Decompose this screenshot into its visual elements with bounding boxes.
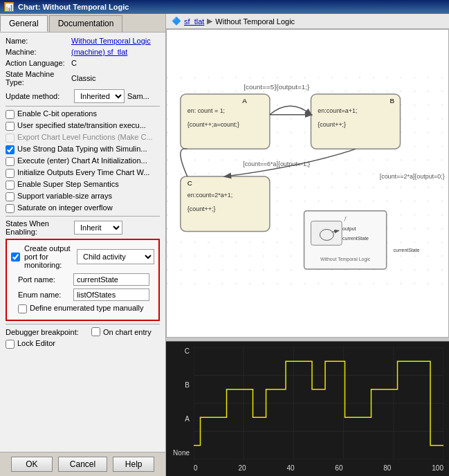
divider1 [6,106,160,107]
svg-text:{count++;a=count;}: {count++;a=count;} [187,121,239,128]
monitor-label: Create output port for monitoring: [24,244,73,269]
enum-name-input[interactable] [73,289,149,301]
y-label-a: A [170,415,190,423]
states-when-row: States When Enabling: Inherit [6,219,160,236]
help-button[interactable]: Help [113,457,154,472]
diagram-area: [count==5]{output=1;} A en: count = 1; {… [166,29,449,338]
title-bar: 📊 Chart: Without Temporal Logic [0,0,449,14]
checkbox-init-outputs: Initialize Outputs Every Time Chart W... [6,168,160,178]
x-label-0: 0 [194,464,198,472]
machine-value[interactable]: (machine) sf_tlat [71,48,127,56]
debugger-label: Debugger breakpoint: [6,328,89,336]
checkbox-execute-enter: Execute (enter) Chart At Initialization.… [6,156,160,166]
bottom-buttons: OK Cancel Help [0,452,165,476]
diagram-svg: [count==5]{output=1;} A en: count = 1; {… [167,30,448,337]
states-when-label: States When Enabling: [6,219,71,236]
svg-text:Without Temporal Logic: Without Temporal Logic [320,257,371,262]
content-area: General Documentation Name: Without Temp… [0,14,449,476]
checkbox-variable-size: Support variable-size arrays [6,192,160,201]
tab-general[interactable]: General [0,15,48,32]
breadcrumb-icon: 🔷 [172,17,181,26]
chart-x-labels: 0 20 40 60 80 100 [194,464,443,472]
left-panel: General Documentation Name: Without Temp… [0,14,166,476]
x-label-60: 60 [335,464,342,472]
export-chart-checkbox [6,134,15,143]
define-enum-checkbox[interactable] [18,304,27,313]
cbit-checkbox[interactable] [6,110,15,119]
action-lang-value: C [71,59,77,67]
tab-documentation[interactable]: Documentation [49,15,123,32]
machine-label: Machine: [6,48,71,56]
svg-text:en:count=a+1;: en:count=a+1; [318,107,357,114]
chart-inner: C B A None 0 20 40 60 80 100 [169,345,446,473]
update-method-label: Update method: [6,92,71,100]
x-label-100: 100 [432,464,443,472]
y-label-b: B [170,381,190,389]
ok-button[interactable]: OK [11,457,53,472]
monitor-row: Create output port for monitoring: Child… [11,244,154,269]
svg-text:[count==5]{output=1;}: [count==5]{output=1;} [244,83,310,91]
checkbox-cbit: Enable C-bit operations [6,109,160,119]
cancel-button[interactable]: Cancel [58,457,107,472]
breadcrumb-item1[interactable]: sf_tlat [184,17,204,26]
monitor-checkbox[interactable] [11,253,20,262]
checkbox-user-specified: User specified state/transition execu... [6,121,160,131]
waveform-canvas [194,347,443,459]
name-row: Name: Without Temporal Logic [6,37,160,45]
saturate-checkbox[interactable] [6,204,15,213]
window-icon: 📊 [4,2,14,12]
sample-label: Sam... [127,92,149,100]
chart-area: C B A None 0 20 40 60 80 100 [166,341,449,476]
checkbox-super-step: Enable Super Step Semantics [6,180,160,190]
state-machine-row: State Machine Type: Classic [6,70,160,86]
breadcrumb-bar: 🔷 sf_tlat ▶ Without Temporal Logic [166,14,449,29]
svg-rect-12 [181,176,270,231]
init-outputs-label: Initialize Outputs Every Time Chart W... [17,168,149,176]
init-outputs-checkbox[interactable] [6,169,15,178]
svg-text:currentState: currentState [342,236,369,241]
execute-enter-checkbox[interactable] [6,157,15,166]
variable-size-label: Support variable-size arrays [17,192,112,200]
svg-text:output: output [342,226,356,232]
checkbox-export-chart: Export Chart Level Functions (Make C... [6,133,160,143]
divider3 [6,324,160,324]
breadcrumb-sep: ▶ [207,17,212,26]
user-specified-checkbox[interactable] [6,122,15,131]
port-name-row: Port name: [11,273,154,286]
y-label-none: None [170,449,190,457]
port-name-label: Port name: [18,275,73,284]
svg-text:[count==2*a]{output=0;}: [count==2*a]{output=0;} [380,173,445,180]
panel-content: Name: Without Temporal Logic Machine: (m… [0,33,165,452]
x-label-80: 80 [383,464,391,472]
chart-plot [194,347,443,459]
state-machine-label: State Machine Type: [6,70,71,86]
update-method-dropdown[interactable]: Inherited [74,89,125,103]
saturate-label: Saturate on integer overflow [17,203,113,212]
window-title: Chart: Without Temporal Logic [18,3,129,11]
lock-editor-checkbox[interactable] [6,340,15,349]
define-enum-row: Define enumerated type manually [11,304,154,313]
variable-size-checkbox[interactable] [6,192,15,201]
right-panel: 🔷 sf_tlat ▶ Without Temporal Logic [c [166,14,449,476]
port-name-input[interactable] [73,273,149,286]
debugger-checkbox[interactable] [91,327,100,336]
debugger-checkbox-label: On chart entry [103,328,152,336]
state-machine-value: Classic [71,74,95,82]
strong-typing-checkbox[interactable] [6,145,15,154]
name-value[interactable]: Without Temporal Logic [71,37,151,45]
states-when-dropdown[interactable]: Inherit [74,221,122,235]
update-method-row: Update method: Inherited Sam... [6,89,160,103]
tab-bar: General Documentation [0,14,165,33]
define-enum-label: Define enumerated type manually [30,304,143,312]
monitor-dropdown[interactable]: Child activity Self activity Active stat… [77,249,154,264]
checkbox-saturate: Saturate on integer overflow [6,203,160,213]
svg-text:en: count = 1;: en: count = 1; [187,107,225,114]
breadcrumb-item2: Without Temporal Logic [215,17,295,26]
debugger-row: Debugger breakpoint: On chart entry [6,327,160,336]
super-step-checkbox[interactable] [6,181,15,190]
svg-text:{count++;}: {count++;} [318,121,346,128]
x-label-20: 20 [238,464,246,472]
action-lang-row: Action Language: C [6,59,160,67]
y-label-c: C [170,347,190,355]
svg-text:{count++;}: {count++;} [187,205,216,212]
